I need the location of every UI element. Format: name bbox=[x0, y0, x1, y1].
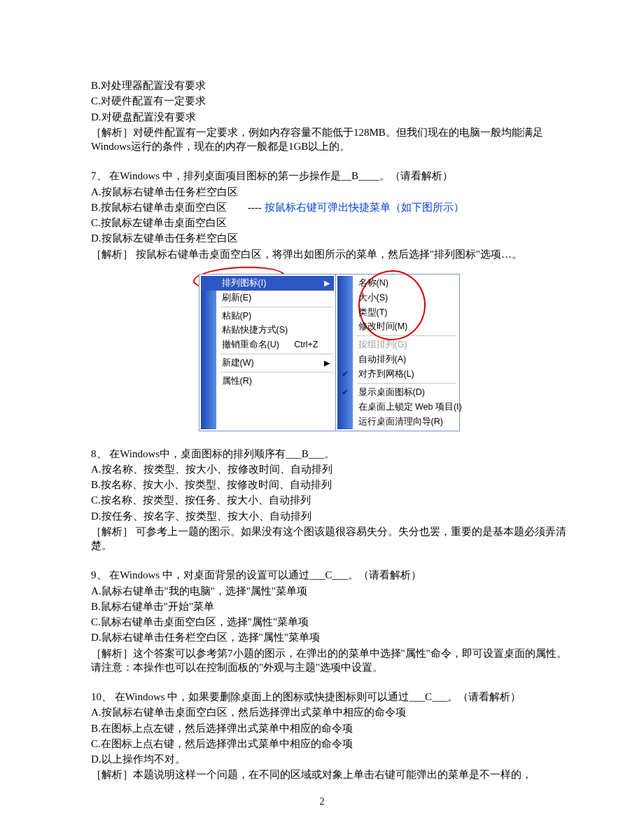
menu-item-group-sort: 按组排列(G) bbox=[337, 338, 458, 352]
q8-b: B.按名称、按大小、按类型、按修改时间、自动排列 bbox=[91, 478, 567, 492]
opt-b: B.对处理器配置没有要求 bbox=[91, 78, 567, 92]
menu-item-paste-shortcut[interactable]: 粘贴快捷方式(S) bbox=[201, 323, 334, 338]
q8-a: A.按名称、按类型、按大小、按修改时间、自动排列 bbox=[91, 462, 567, 476]
check-icon: ✔ bbox=[342, 387, 349, 398]
opt-c: C.对硬件配置有一定要求 bbox=[91, 94, 567, 108]
menu-item-new[interactable]: 新建(W) ▶ bbox=[201, 356, 334, 370]
menu-separator bbox=[220, 307, 332, 307]
menu-item-sort-modified[interactable]: 修改时间(M) bbox=[337, 319, 458, 334]
menu-item-properties[interactable]: 属性(R) bbox=[201, 374, 334, 389]
menu-item-show-desktop-icons[interactable]: ✔ 显示桌面图标(D) bbox=[337, 385, 458, 400]
q8-explanation: ［解析］ 可参考上一题的图示。如果没有这个图该题很容易失分。失分也罢，重要的是基… bbox=[91, 524, 567, 553]
q9-d: D.鼠标右键单击任务栏空白区，选择"属性"菜单项 bbox=[91, 630, 567, 644]
q8-d: D.按任务、按名字、按类型、按大小、自动排列 bbox=[91, 509, 567, 523]
q7-d: D.按鼠标左键单击任务栏空白区 bbox=[91, 231, 567, 245]
q10-explanation: ［解析］本题说明这样一个问题，在不同的区域或对象上单击右键可能弹出的菜单是不一样… bbox=[91, 767, 567, 781]
page: B.对处理器配置没有要求 C.对硬件配置有一定要求 D.对硬盘配置没有要求 ［解… bbox=[0, 0, 644, 834]
menu-item-label: 对齐到网格(L) bbox=[358, 369, 414, 379]
menu-item-sort-name[interactable]: 名称(N) bbox=[337, 276, 458, 291]
q9-b: B.鼠标右键单击"开始"菜单 bbox=[91, 599, 567, 613]
q10-a: A.按鼠标右键单击桌面空白区，然后选择弹出式菜单中相应的命令项 bbox=[91, 705, 567, 719]
opt-d: D.对硬盘配置没有要求 bbox=[91, 110, 567, 124]
menu-separator bbox=[357, 383, 456, 384]
q7-b-text: B.按鼠标右键单击桌面空白区 ---- bbox=[91, 202, 262, 213]
q7-c: C.按鼠标左键单击桌面空白区 bbox=[91, 216, 567, 230]
menu-item-align-grid[interactable]: ✔ 对齐到网格(L) bbox=[337, 367, 458, 382]
menu-item-label: 撤销重命名(U) bbox=[222, 340, 279, 349]
menu-item-lock-web-items[interactable]: 在桌面上锁定 Web 项目(I) bbox=[337, 400, 458, 415]
submenu-arrow-icon: ▶ bbox=[324, 278, 330, 289]
check-icon: ✔ bbox=[342, 368, 349, 380]
menu-separator bbox=[220, 354, 332, 354]
context-menu-right[interactable]: 名称(N) 大小(S) 类型(T) 修改时间(M) 按组排列(G) 自动排列(A… bbox=[335, 274, 460, 431]
menu-item-label: 显示桌面图标(D) bbox=[358, 387, 425, 397]
menu-item-cleanup-wizard[interactable]: 运行桌面清理向导(R) bbox=[337, 415, 458, 429]
menu-item-paste[interactable]: 粘贴(P) bbox=[201, 309, 334, 324]
q10-b: B.在图标上点左键，然后选择弹出式菜单中相应的命令项 bbox=[91, 721, 567, 735]
q9-a: A.鼠标右键单击"我的电脑"，选择"属性"菜单项 bbox=[91, 584, 567, 598]
q7-explanation: ［解析］ 按鼠标右键单击桌面空白区，将弹出如图所示的菜单，然后选择"排列图标"选… bbox=[91, 247, 567, 261]
menu-item-sort-size[interactable]: 大小(S) bbox=[337, 291, 458, 305]
q9-stem: 9、 在Windows 中，对桌面背景的设置可以通过___C___。（请看解析） bbox=[91, 568, 567, 582]
menu-item-arrange-icons[interactable]: 排列图标(I) ▶ bbox=[201, 276, 334, 291]
q8-c: C.按名称、按类型、按任务、按大小、自动排列 bbox=[91, 493, 567, 507]
submenu-arrow-icon: ▶ bbox=[324, 358, 330, 368]
page-number: 2 bbox=[0, 795, 644, 809]
q10-c: C.在图标上点右键，然后选择弹出式菜单中相应的命令项 bbox=[91, 737, 567, 751]
shortcut-text: Ctrl+Z bbox=[294, 339, 318, 351]
menu-separator bbox=[220, 372, 332, 373]
q7-b-note: 按鼠标右键可弹出快捷菜单（如下图所示） bbox=[265, 202, 464, 213]
explanation-1: ［解析］对硬件配置有一定要求，例如内存容量不能低于128MB。但我们现在的电脑一… bbox=[91, 125, 567, 154]
context-menu-left[interactable]: 排列图标(I) ▶ 刷新(E) 粘贴(P) 粘贴快捷方式(S) 撤销重命名(U)… bbox=[199, 274, 336, 431]
menu-item-refresh[interactable]: 刷新(E) bbox=[201, 291, 334, 305]
menu-item-undo-rename[interactable]: 撤销重命名(U) Ctrl+Z bbox=[201, 338, 334, 352]
q7-a: A.按鼠标右键单击任务栏空白区 bbox=[91, 185, 567, 199]
q10-stem: 10、 在Windows 中，如果要删除桌面上的图标或快捷图标则可以通过___C… bbox=[91, 690, 567, 704]
context-menu-figure: 排列图标(I) ▶ 刷新(E) 粘贴(P) 粘贴快捷方式(S) 撤销重命名(U)… bbox=[91, 274, 567, 431]
q7-b: B.按鼠标右键单击桌面空白区 ---- 按鼠标右键可弹出快捷菜单（如下图所示） bbox=[91, 200, 567, 214]
q9-explanation: ［解析］这个答案可以参考第7小题的图示，在弹出的的菜单中选择"属性"命令，即可设… bbox=[91, 646, 567, 675]
q10-d: D.以上操作均不对。 bbox=[91, 752, 567, 766]
q9-c: C.鼠标右键单击桌面空白区，选择"属性"菜单项 bbox=[91, 615, 567, 629]
menu-item-auto-arrange[interactable]: 自动排列(A) bbox=[337, 352, 458, 367]
menu-item-label: 新建(W) bbox=[222, 358, 254, 368]
menu-item-sort-type[interactable]: 类型(T) bbox=[337, 305, 458, 320]
q7-stem: 7、 在Windows 中，排列桌面项目图标的第一步操作是__B____。（请看… bbox=[91, 169, 567, 183]
menu-separator bbox=[357, 335, 456, 336]
q8-stem: 8、 在Windows中，桌面图标的排列顺序有___B___。 bbox=[91, 447, 567, 461]
menu-item-label: 排列图标(I) bbox=[222, 278, 267, 288]
